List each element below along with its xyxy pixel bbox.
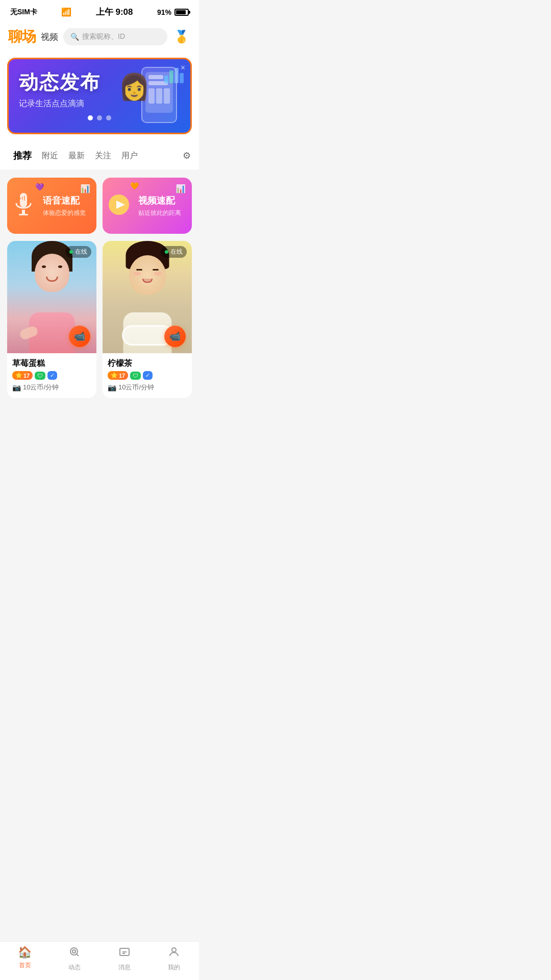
online-indicator-1 <box>69 250 73 254</box>
user-info-1: 草莓蛋糕 ⭐17 🛡 ✓ 📷 10云币/分钟 <box>7 353 96 398</box>
online-text-1: 在线 <box>75 248 87 256</box>
time-text: 上午 9:08 <box>96 6 133 18</box>
search-placeholder: 搜索昵称、ID <box>82 32 125 41</box>
video-match-card[interactable]: 📊 🧡 视频速配 贴近彼此的距离 <box>103 178 192 234</box>
user-price-2: 📷 10云币/分钟 <box>108 383 187 392</box>
svg-rect-5 <box>22 210 25 214</box>
header: 聊场 视频 🔍 搜索昵称、ID 🥇 <box>0 22 199 52</box>
svg-rect-1 <box>169 70 173 83</box>
svg-rect-7 <box>22 197 23 200</box>
voice-match-content: 语音速配 体验恋爱的感觉 <box>43 194 89 217</box>
user-badges-2: ⭐17 🛡 ✓ <box>108 371 187 380</box>
user-card-2[interactable]: 在线 📹 柠檬茶 ⭐17 🛡 ✓ 📷 10云币/分钟 <box>103 241 192 398</box>
shield-badge-1: 🛡 <box>35 372 45 380</box>
battery-icon <box>174 9 189 16</box>
video-tab[interactable]: 视频 <box>41 31 58 43</box>
svg-rect-4 <box>20 193 27 207</box>
banner-graphic: 👩 <box>116 64 182 126</box>
dot-2[interactable] <box>97 115 102 120</box>
tab-recommend[interactable]: 推荐 <box>8 148 37 164</box>
status-bar: 无SIM卡 📶 上午 9:08 91% <box>0 0 199 22</box>
video-match-content: 视频速配 贴近彼此的距离 <box>138 194 185 217</box>
category-tabs: 推荐 附近 最新 关注 用户 ⚙ <box>0 140 199 170</box>
svg-rect-6 <box>19 214 28 215</box>
camera-icon-2: 📷 <box>108 383 116 391</box>
svg-rect-8 <box>24 195 25 201</box>
star-badge-2: ⭐17 <box>108 371 128 380</box>
svg-rect-9 <box>20 198 21 200</box>
cert-badge-2: ✓ <box>143 371 153 380</box>
carrier-text: 无SIM卡 <box>10 8 37 17</box>
tab-follow[interactable]: 关注 <box>90 149 116 163</box>
camera-icon-1: 📷 <box>12 383 21 391</box>
star-badge-1: ⭐17 <box>12 371 33 380</box>
user-card-1[interactable]: 在线 📹 草莓蛋糕 ⭐17 🛡 ✓ 📷 10云币/分钟 <box>7 241 96 398</box>
video-bar-icon: 📊 <box>176 184 186 193</box>
user-price-1: 📷 10云币/分钟 <box>12 383 91 392</box>
tab-nearby[interactable]: 附近 <box>37 149 63 163</box>
online-badge-1: 在线 <box>65 246 91 258</box>
video-call-button-2[interactable]: 📹 <box>164 326 186 347</box>
heart-decoration: 💜 <box>35 183 44 191</box>
voice-bar-icon: 📊 <box>80 184 90 193</box>
battery-container: 91% <box>157 8 189 16</box>
tab-users[interactable]: 用户 <box>116 149 143 163</box>
user-name-1: 草莓蛋糕 <box>12 358 91 369</box>
battery-percent: 91% <box>157 8 171 16</box>
price-text-2: 10云币/分钟 <box>118 383 154 392</box>
banner-wrapper: × 动态发布 记录生活点点滴滴 � <box>0 52 199 140</box>
svg-rect-3 <box>180 73 184 83</box>
tab-latest[interactable]: 最新 <box>63 149 90 163</box>
filter-icon[interactable]: ⚙ <box>183 150 191 161</box>
quick-match-section: 📊 💜 语音速配 体验恋爱的感觉 📊 🧡 <box>0 170 199 234</box>
search-bar[interactable]: 🔍 搜索昵称、ID <box>63 28 167 45</box>
online-indicator-2 <box>165 250 168 254</box>
video-match-title: 视频速配 <box>138 194 185 207</box>
user-info-2: 柠檬茶 ⭐17 🛡 ✓ 📷 10云币/分钟 <box>103 353 192 398</box>
video-call-button-1[interactable]: 📹 <box>69 326 90 347</box>
user-badges-1: ⭐17 🛡 ✓ <box>12 371 91 380</box>
voice-match-subtitle: 体验恋爱的感觉 <box>43 209 89 217</box>
cert-badge-1: ✓ <box>47 371 57 380</box>
online-badge-2: 在线 <box>161 246 187 258</box>
voice-match-title: 语音速配 <box>43 194 89 207</box>
coin-decoration: 🧡 <box>130 182 139 190</box>
online-text-2: 在线 <box>170 248 183 256</box>
banner[interactable]: × 动态发布 记录生活点点滴滴 � <box>7 58 192 134</box>
medal-icon[interactable]: 🥇 <box>172 28 191 46</box>
dot-3[interactable] <box>106 115 111 120</box>
dot-1[interactable] <box>88 115 93 120</box>
user-grid: 在线 📹 草莓蛋糕 ⭐17 🛡 ✓ 📷 10云币/分钟 <box>0 234 199 405</box>
user-photo-1: 在线 📹 <box>7 241 96 353</box>
price-text-1: 10云币/分钟 <box>23 383 59 392</box>
user-name-2: 柠檬茶 <box>108 358 187 369</box>
video-match-subtitle: 贴近彼此的距离 <box>138 209 185 217</box>
svg-rect-0 <box>164 76 168 83</box>
app-logo: 聊场 <box>8 27 36 46</box>
user-photo-2: 在线 📹 <box>103 241 192 353</box>
wifi-icon: 📶 <box>61 7 71 17</box>
shield-badge-2: 🛡 <box>130 372 141 380</box>
voice-match-card[interactable]: 📊 💜 语音速配 体验恋爱的感觉 <box>7 178 96 234</box>
svg-rect-2 <box>174 68 179 83</box>
search-icon: 🔍 <box>70 33 79 41</box>
